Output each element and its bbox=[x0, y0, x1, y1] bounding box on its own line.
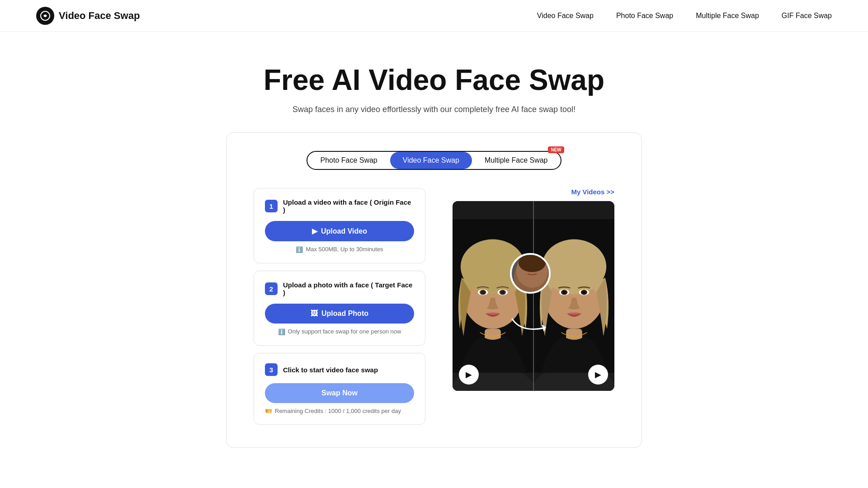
svg-point-8 bbox=[481, 291, 485, 294]
step-3-title: Click to start video face swap bbox=[283, 366, 378, 374]
step-2-header: 2 Upload a photo with a face ( Target Fa… bbox=[265, 281, 414, 296]
tab-video-face-swap[interactable]: Video Face Swap bbox=[390, 152, 472, 169]
upload-video-label: Upload Video bbox=[321, 227, 367, 235]
hero-title: Free AI Video Face Swap bbox=[9, 63, 859, 97]
step-2-num: 2 bbox=[265, 282, 278, 295]
play-icon-right: ▶ bbox=[595, 370, 601, 380]
step-2-title: Upload a photo with a face ( Target Face… bbox=[283, 281, 414, 296]
step-3-card: 3 Click to start video face swap Swap No… bbox=[254, 353, 425, 425]
swap-now-button[interactable]: Swap Now bbox=[265, 383, 414, 403]
play-btn-left[interactable]: ▶ bbox=[459, 365, 479, 385]
logo-icon bbox=[36, 7, 54, 25]
tab-multiple-face-swap[interactable]: Multiple Face Swap bbox=[472, 152, 561, 169]
upload-photo-label: Upload Photo bbox=[321, 310, 368, 318]
hero-subtitle: Swap faces in any video effortlessly wit… bbox=[9, 105, 859, 114]
play-icon-left: ▶ bbox=[466, 370, 472, 380]
svg-point-19 bbox=[562, 291, 566, 294]
tabs: Photo Face Swap Video Face Swap Multiple… bbox=[307, 151, 561, 170]
new-badge: NEW bbox=[548, 146, 564, 153]
step-1-card: 1 Upload a video with a face ( Origin Fa… bbox=[254, 188, 425, 263]
step-1-title: Upload a video with a face ( Origin Face… bbox=[283, 198, 414, 214]
step-1-hint: ℹ️ Max 500MB, Up to 30minutes bbox=[265, 246, 414, 253]
preview-split bbox=[453, 201, 614, 391]
step-3-num: 3 bbox=[265, 363, 278, 376]
info-icon-1: ℹ️ bbox=[296, 246, 303, 253]
step-1-header: 1 Upload a video with a face ( Origin Fa… bbox=[265, 198, 414, 214]
upload-photo-button[interactable]: 🖼 Upload Photo bbox=[265, 304, 414, 324]
nav-gif-face-swap[interactable]: GIF Face Swap bbox=[782, 12, 832, 20]
logo[interactable]: Video Face Swap bbox=[36, 7, 140, 25]
target-face-overlay bbox=[510, 253, 551, 294]
upload-video-button[interactable]: ▶ Upload Video bbox=[265, 221, 414, 241]
preview-left bbox=[453, 201, 533, 391]
step-2-card: 2 Upload a photo with a face ( Target Fa… bbox=[254, 271, 425, 346]
content-area: 1 Upload a video with a face ( Origin Fa… bbox=[254, 188, 614, 425]
step-2-hint: ℹ️ Only support face swap for one person… bbox=[265, 328, 414, 335]
hero-section: Free AI Video Face Swap Swap faces in an… bbox=[0, 32, 868, 132]
navbar: Video Face Swap Video Face Swap Photo Fa… bbox=[0, 0, 868, 32]
credits-icon: 🎫 bbox=[265, 408, 272, 414]
play-btn-right[interactable]: ▶ bbox=[588, 365, 608, 385]
svg-point-11 bbox=[501, 291, 505, 294]
tabs-wrapper: Photo Face Swap Video Face Swap Multiple… bbox=[254, 151, 614, 170]
step-1-num: 1 bbox=[265, 200, 278, 212]
preview-image: ▶ ▶ bbox=[453, 201, 614, 391]
swap-now-label: Swap Now bbox=[321, 389, 358, 397]
play-icon: ▶ bbox=[312, 227, 317, 235]
tab-multiple-wrapper: Multiple Face Swap NEW bbox=[472, 152, 561, 169]
nav-links: Video Face Swap Photo Face Swap Multiple… bbox=[537, 12, 832, 20]
swap-arrow bbox=[508, 310, 553, 339]
nav-photo-face-swap[interactable]: Photo Face Swap bbox=[616, 12, 673, 20]
my-videos-link[interactable]: My Videos >> bbox=[453, 188, 614, 196]
nav-multiple-face-swap[interactable]: Multiple Face Swap bbox=[696, 12, 759, 20]
info-icon-2: ℹ️ bbox=[278, 328, 285, 335]
credits-hint: 🎫 Remaining Credits : 1000 / 1,000 credi… bbox=[265, 408, 414, 414]
logo-text: Video Face Swap bbox=[59, 10, 140, 22]
preview-column: My Videos >> bbox=[453, 188, 614, 391]
svg-point-22 bbox=[582, 291, 586, 294]
nav-video-face-swap[interactable]: Video Face Swap bbox=[537, 12, 594, 20]
tab-photo-face-swap[interactable]: Photo Face Swap bbox=[307, 152, 390, 169]
step-3-header: 3 Click to start video face swap bbox=[265, 363, 414, 376]
preview-right bbox=[534, 201, 614, 391]
image-icon: 🖼 bbox=[311, 310, 318, 318]
main-card: Photo Face Swap Video Face Swap Multiple… bbox=[226, 132, 642, 448]
steps-column: 1 Upload a video with a face ( Origin Fa… bbox=[254, 188, 425, 425]
